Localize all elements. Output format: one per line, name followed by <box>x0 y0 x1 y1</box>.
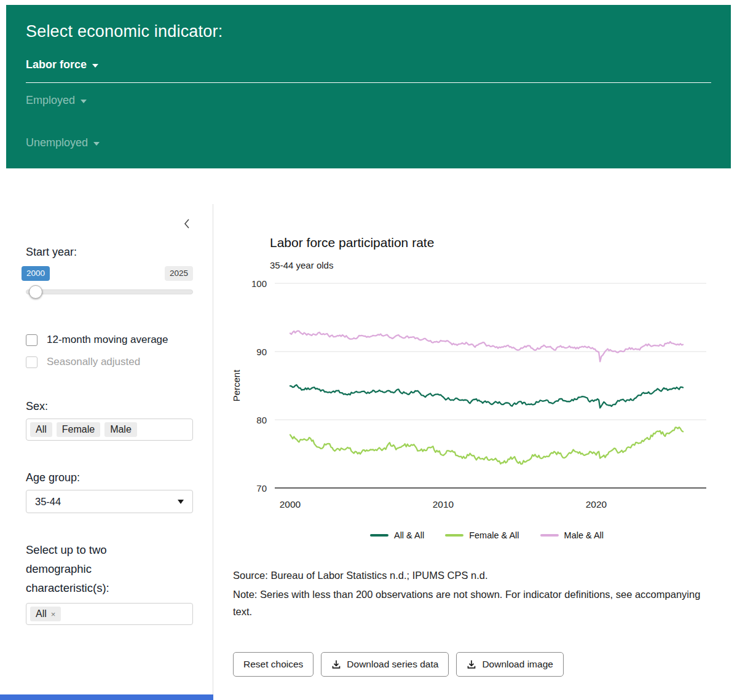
tab-labor-force[interactable]: Labor force <box>26 57 98 72</box>
indicator-header: Select economic indicator: Labor force E… <box>6 5 731 168</box>
reset-choices-button[interactable]: Reset choices <box>233 652 313 677</box>
caret-down-icon <box>178 500 184 504</box>
svg-text:Percent: Percent <box>231 369 242 402</box>
tab-unemployed-label: Unemployed <box>26 135 88 150</box>
chart-svg: 708090100200020102020Percent <box>230 277 709 517</box>
svg-text:90: 90 <box>256 347 267 357</box>
demographic-label: Select up to two demographic characteris… <box>26 540 167 597</box>
header-title: Select economic indicator: <box>26 22 711 41</box>
legend-label: Female & All <box>469 530 519 540</box>
svg-text:2000: 2000 <box>280 499 301 509</box>
demographic-multiselect[interactable]: All× <box>26 603 193 625</box>
sex-option-all[interactable]: All <box>30 422 52 437</box>
legend-swatch <box>540 534 559 537</box>
reset-choices-label: Reset choices <box>243 658 303 671</box>
legend-item: Male & All <box>540 530 604 540</box>
tab-employed-label: Employed <box>26 93 75 108</box>
caret-down-icon <box>93 142 100 146</box>
start-year-slider[interactable]: 2000 2025 <box>26 266 193 305</box>
legend-label: Male & All <box>564 530 604 540</box>
active-tab-underline <box>26 82 711 83</box>
action-buttons: Reset choices Download series data Downl… <box>233 652 737 677</box>
checkbox-label: 12-month moving average <box>47 334 168 346</box>
download-icon <box>331 659 341 669</box>
caret-down-icon <box>92 64 98 68</box>
checkbox-seasonally-adjusted: Seasonally adjusted <box>26 356 193 368</box>
download-image-button[interactable]: Download image <box>456 652 563 677</box>
header-spacer <box>26 108 711 135</box>
controls-sidebar: Start year: 2000 2025 12-month moving av… <box>0 204 213 699</box>
sex-multiselect[interactable]: All Female Male <box>26 419 193 441</box>
legend-item: All & All <box>370 530 424 540</box>
age-group-value: 35-44 <box>35 496 61 508</box>
sex-label: Sex: <box>26 400 193 413</box>
slider-handle[interactable] <box>29 285 42 299</box>
legend-swatch <box>370 534 388 537</box>
chart-subtitle: 35-44 year olds <box>270 259 737 271</box>
legend-label: All & All <box>394 530 424 540</box>
start-year-label: Start year: <box>26 246 193 259</box>
svg-text:70: 70 <box>256 483 267 494</box>
legend-item: Female & All <box>445 530 519 540</box>
svg-text:100: 100 <box>251 278 267 289</box>
slider-track[interactable] <box>26 289 193 294</box>
age-group-label: Age group: <box>26 471 193 484</box>
remove-icon[interactable]: × <box>51 610 56 619</box>
options-checkbox-group: 12-month moving average Seasonally adjus… <box>26 334 193 368</box>
download-series-data-label: Download series data <box>347 658 438 671</box>
svg-text:2020: 2020 <box>586 499 607 509</box>
note-text: Note: Series with less than 200 observat… <box>233 586 712 620</box>
slider-value-badge: 2000 <box>22 266 50 281</box>
slider-max-badge: 2025 <box>165 266 193 281</box>
chevron-left-icon <box>183 218 191 230</box>
source-text: Source: Bureau of Labor Statistics n.d.;… <box>233 568 737 582</box>
age-group-select[interactable]: 35-44 <box>26 490 193 513</box>
svg-text:2010: 2010 <box>433 499 454 509</box>
tab-unemployed[interactable]: Unemployed <box>26 135 100 150</box>
checkbox-label: Seasonally adjusted <box>47 356 140 368</box>
demographic-chip-all[interactable]: All× <box>30 607 61 621</box>
checkbox-unchecked-icon <box>26 356 37 368</box>
checkbox-12-month-moving-average[interactable]: 12-month moving average <box>26 334 193 346</box>
caret-down-icon <box>81 100 87 103</box>
main-content: Start year: 2000 2025 12-month moving av… <box>0 204 737 699</box>
sex-option-male[interactable]: Male <box>104 422 137 437</box>
svg-text:80: 80 <box>256 415 267 425</box>
app-root: Select economic indicator: Labor force E… <box>0 0 737 700</box>
checkbox-unchecked-icon[interactable] <box>26 334 37 346</box>
tab-labor-force-label: Labor force <box>26 57 87 72</box>
legend-swatch <box>445 534 463 537</box>
sidebar-collapse-button[interactable] <box>182 216 192 234</box>
download-image-label: Download image <box>482 658 553 671</box>
chart-legend: All & AllFemale & AllMale & All <box>230 530 709 540</box>
download-series-data-button[interactable]: Download series data <box>321 652 449 677</box>
chart-panel: Labor force participation rate 35-44 yea… <box>213 204 737 699</box>
sex-option-female[interactable]: Female <box>57 422 100 437</box>
download-icon <box>467 659 476 669</box>
tab-employed[interactable]: Employed <box>26 93 87 108</box>
bottom-blue-strip <box>0 694 213 700</box>
chart-title: Labor force participation rate <box>270 235 737 251</box>
demographic-chip-label: All <box>36 608 47 619</box>
